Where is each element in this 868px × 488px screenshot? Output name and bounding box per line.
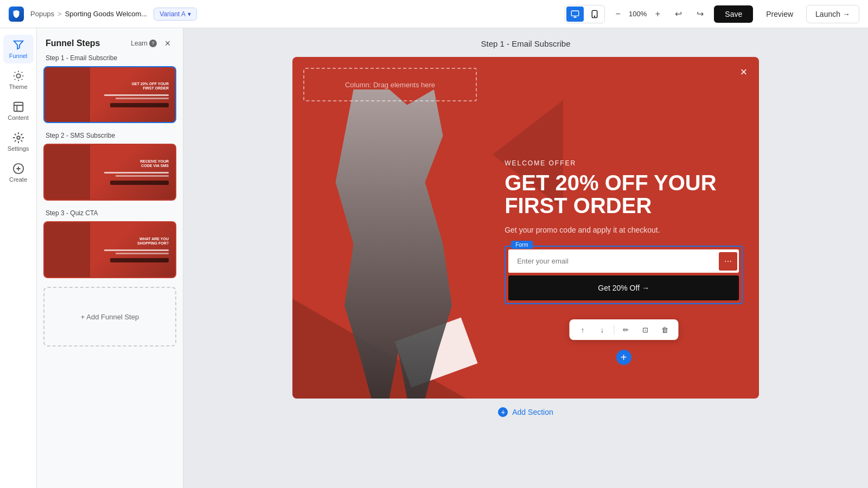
form-badge: Form [511,241,532,249]
icon-sidebar: Funnel Theme Content Settings Create [0,28,37,488]
funnel-step-3-thumbnail[interactable]: WHAT ARE YOUSHOPPING FOR? [43,221,176,278]
element-toolbar: ↑ ↓ ✏ ⊡ 🗑 [569,319,678,340]
topbar-actions: ↩ ↪ Save Preview Launch → [671,5,859,23]
zoom-out-button[interactable]: − [611,8,624,21]
funnel-step-1-thumbnail[interactable]: GET 20% OFF YOURFIRST ORDER [43,66,176,123]
breadcrumb-current: Sporting Goods Welcom... [65,10,148,18]
funnel-step-2-label: Step 2 - SMS Subscribe [43,132,176,139]
email-form-container: Form ⋯ Get 20% Off → [505,246,743,304]
redo-button[interactable]: ↪ [692,7,707,22]
funnel-panel-close-button[interactable]: × [161,37,174,50]
funnel-step-3: Step 3 - Quiz CTA WHAT ARE YOUSHOPPING F… [37,209,183,287]
add-funnel-step-label: + Add Funnel Step [81,313,139,321]
funnel-panel-title: Funnel Steps [46,38,100,48]
funnel-step-1: Step 1 - Email Subscribe GET 20% OFF YOU… [37,54,183,132]
popup-close-button[interactable]: × [736,65,751,80]
add-section-row[interactable]: + Add Section [489,399,562,426]
zoom-value: 100% [629,10,647,18]
breadcrumb: Popups > Sporting Goods Welcom... [30,10,147,18]
popup-content-right: WELCOME OFFER GET 20% OFF YOUR FIRST ORD… [488,57,759,399]
svg-point-2 [594,16,595,16]
toolbar-move-down-button[interactable]: ↓ [594,322,610,337]
zoom-in-button[interactable]: + [651,8,664,21]
save-button[interactable]: Save [714,5,753,23]
sidebar-item-theme-label: Theme [9,84,27,90]
variant-label: Variant A [159,10,186,18]
submit-button[interactable]: Get 20% Off → [508,275,739,300]
topbar: Popups > Sporting Goods Welcom... Varian… [0,0,868,28]
zoom-control: − 100% + [611,8,664,21]
funnel-step-3-label: Step 3 - Quiz CTA [43,209,176,217]
headline-line2: FIRST ORDER [505,194,652,217]
canvas-step-label: Step 1 - Email Subscribe [481,39,570,48]
breadcrumb-sep: > [58,10,62,18]
svg-rect-0 [571,11,578,16]
sidebar-item-funnel-label: Funnel [9,53,28,59]
add-section-icon: + [498,407,508,417]
toolbar-divider [614,325,614,335]
undo-button[interactable]: ↩ [671,7,686,22]
sidebar-item-funnel[interactable]: Funnel [3,35,34,63]
variant-chevron: ▾ [188,10,191,18]
device-toggle-group [565,5,605,23]
funnel-steps-panel: Funnel Steps Learn ? × Step 1 - Email Su… [37,28,183,488]
drag-column-text: Column: Drag elements here [345,81,435,89]
funnel-step-2-thumbnail[interactable]: RECEIVE YOURCODE VIA SMS [43,144,176,201]
sidebar-item-create-label: Create [9,176,27,183]
sidebar-item-settings-label: Settings [8,145,29,152]
sidebar-item-create[interactable]: Create [3,158,34,187]
canvas-area: Step 1 - Email Subscribe × Column: Drag … [183,28,868,488]
breadcrumb-popups[interactable]: Popups [30,10,54,18]
mobile-view-button[interactable] [586,7,603,22]
headline-line1: GET 20% OFF YOUR [505,171,716,195]
welcome-offer-text: WELCOME OFFER [505,159,743,167]
toolbar-move-up-button[interactable]: ↑ [575,322,591,337]
variant-selector[interactable]: Variant A ▾ [154,8,197,21]
popup-canvas: × Column: Drag elements here WELCOME OFF… [292,57,759,399]
launch-button[interactable]: Launch → [806,5,859,23]
learn-button[interactable]: Learn ? [131,40,157,47]
email-input[interactable] [508,249,717,273]
sidebar-item-theme[interactable]: Theme [3,66,34,94]
toolbar-delete-button[interactable]: 🗑 [656,322,673,337]
add-section-label: Add Section [512,408,553,416]
desktop-view-button[interactable] [566,7,584,22]
preview-button[interactable]: Preview [760,5,800,23]
headline-text: GET 20% OFF YOUR FIRST ORDER [505,171,743,217]
add-element-button[interactable]: + [616,350,631,365]
toolbar-copy-button[interactable]: ⊡ [637,322,653,337]
funnel-panel-header: Funnel Steps Learn ? × [37,28,183,54]
sidebar-item-settings[interactable]: Settings [3,127,34,156]
drag-column-area[interactable]: Column: Drag elements here [303,68,477,101]
launch-label: Launch [815,10,840,18]
email-icon: ⋯ [719,252,737,271]
svg-point-3 [16,74,20,78]
sidebar-item-content-label: Content [8,114,29,121]
popup-subtext: Get your promo code and apply it at chec… [505,224,743,236]
info-icon: ? [149,40,157,47]
svg-rect-4 [14,102,23,112]
toolbar-edit-button[interactable]: ✏ [617,322,634,337]
add-funnel-step-button[interactable]: + Add Funnel Step [43,287,176,346]
funnel-step-1-label: Step 1 - Email Subscribe [43,54,176,62]
app-logo [9,7,24,22]
launch-arrow-icon: → [843,10,850,18]
main-area: Funnel Theme Content Settings Create Fun… [0,28,868,488]
funnel-step-2: Step 2 - SMS Subscribe RECEIVE YOURCODE … [37,132,183,209]
email-input-row: ⋯ [508,249,739,273]
svg-point-5 [17,136,20,139]
sidebar-item-content[interactable]: Content [3,97,34,125]
funnel-panel-actions: Learn ? × [131,37,174,50]
